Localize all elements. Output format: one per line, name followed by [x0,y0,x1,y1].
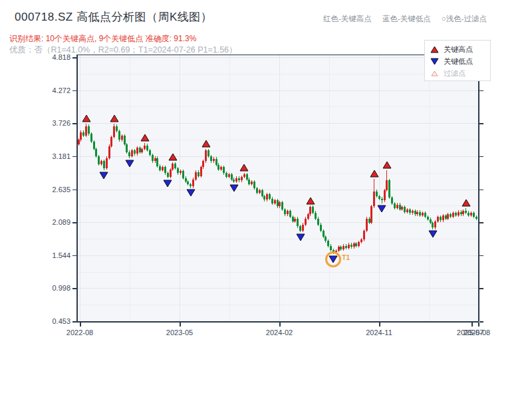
legend-item-filtered: 过滤点 [430,67,490,79]
candle [174,164,176,168]
y-axis-label: 0.998 [40,284,70,292]
candle [416,212,418,215]
candle [243,174,245,177]
key-low-marker [377,205,386,213]
candle [386,180,388,190]
candle [80,132,82,140]
y-axis-label: 3.181 [40,152,70,160]
candle [124,136,126,144]
candle [342,246,344,249]
candle [152,155,154,161]
candle [427,217,429,219]
candle [144,146,146,149]
candle [422,213,424,215]
candle [167,173,169,176]
candle [305,219,307,225]
key-high-marker [382,161,392,169]
x-axis-tick [478,323,479,327]
candle [360,239,362,242]
candle [419,212,421,215]
y-axis-label: 3.726 [40,119,70,127]
y-axis-label: 1.544 [40,251,70,259]
x-axis-label: 2025-08 [457,329,497,336]
candle [366,219,368,231]
x-axis-tick [379,323,380,327]
legend-item-key-high: 关键高点 [430,43,490,55]
candle [401,207,403,209]
candle [355,243,357,246]
gridline-vertical-minor [329,55,330,321]
legend-label: 关键高点 [444,45,473,55]
candle [412,211,414,213]
candle [248,180,250,184]
candle [233,180,235,182]
key-high-legend-icon [430,46,439,53]
candle [399,205,401,209]
candle [368,219,370,223]
gridline-horizontal [77,90,478,91]
key-low-legend-icon [430,58,439,65]
candle [440,217,442,220]
chart-legend: 关键高点 关键低点 过滤点 [424,40,491,81]
gridline-horizontal [77,288,478,289]
candle [121,136,123,140]
candle [198,172,200,176]
candle [187,182,189,184]
candle [391,198,393,203]
y-axis-tick [72,288,76,289]
y-axis-label: 4.272 [40,86,70,94]
x-axis-tick [471,323,473,327]
gridline-vertical [180,55,180,321]
candle [394,203,396,208]
recognition-result-text: 识别结果: 10个关键高点, 9个关键低点 准确度: 91.3% [9,33,196,45]
y-axis-label: 2.089 [40,218,70,226]
y-axis-tick-right [479,156,483,158]
candle [381,199,383,201]
candle [113,126,115,137]
candle [442,215,444,220]
candle [149,150,151,155]
y-axis-tick-right [479,288,483,289]
candle [159,166,161,170]
candle [414,211,416,214]
gridline-vertical [379,55,380,321]
candle [85,126,87,136]
candle [116,126,118,131]
candle [141,149,143,152]
candle [404,207,406,211]
note-key-low: 蓝色-关键低点 [382,14,431,24]
candle [225,173,227,176]
candle [271,199,273,203]
gridline-horizontal [77,156,478,157]
candle [376,192,378,196]
key-high-marker [306,197,315,205]
y-axis-tick-right [479,222,483,223]
x-axis-tick [279,323,281,327]
y-axis-label: 2.635 [40,186,70,194]
candle [452,213,454,216]
gridline-horizontal-minor [77,239,478,239]
candle [207,150,209,156]
candle [88,126,90,134]
candle [432,223,434,227]
candle [320,225,322,231]
candle [128,152,130,156]
candle [317,219,319,225]
candle [450,214,452,217]
key-low-marker [428,230,438,238]
candle [210,156,212,161]
axis-spine-right [478,55,479,321]
candle [437,217,439,221]
y-axis-tick-right [479,321,483,323]
y-axis-tick [72,321,76,323]
gridline-horizontal-minor [77,106,478,107]
candle [470,213,472,215]
candle [134,150,136,154]
key-high-marker [239,164,249,172]
x-axis-tick [80,323,81,327]
gridline-vertical-minor [130,55,130,321]
candle [256,188,258,192]
candle [294,219,296,222]
candle [299,226,301,230]
key-low-marker [186,189,196,197]
